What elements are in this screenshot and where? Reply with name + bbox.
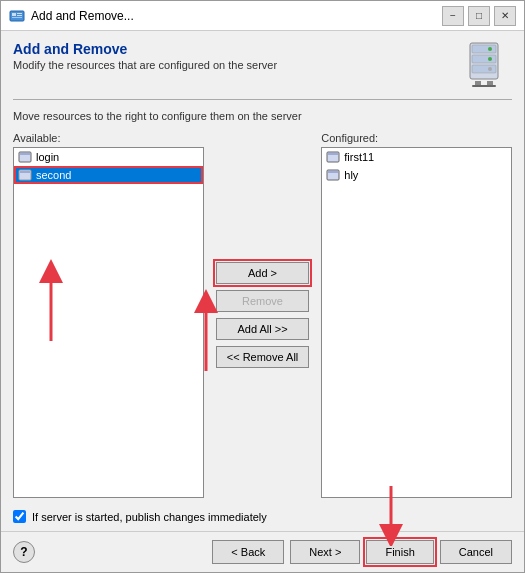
configured-label: Configured: [321, 132, 512, 144]
svg-rect-16 [20, 153, 30, 155]
svg-point-11 [488, 67, 492, 71]
svg-rect-18 [20, 171, 30, 173]
item-icon [18, 168, 32, 182]
dialog-title: Add and Remove [13, 41, 277, 57]
available-section: Available: login secon [13, 132, 204, 498]
window-title: Add and Remove... [31, 9, 442, 23]
maximize-button[interactable]: □ [468, 6, 490, 26]
finish-button[interactable]: Finish [366, 540, 433, 564]
buttons-section: Add > Remove Add All >> << Remove All [212, 132, 314, 498]
publish-checkbox[interactable] [13, 510, 26, 523]
main-window: Add and Remove... − □ ✕ Add and Remove M… [0, 0, 525, 573]
item-icon [18, 150, 32, 164]
next-button[interactable]: Next > [290, 540, 360, 564]
svg-rect-7 [472, 55, 496, 63]
checkbox-row: If server is started, publish changes im… [13, 510, 512, 523]
instruction-text: Move resources to the right to configure… [13, 110, 512, 122]
svg-rect-22 [328, 171, 338, 173]
header-text: Add and Remove Modify the resources that… [13, 41, 277, 71]
divider [13, 99, 512, 100]
title-bar: Add and Remove... − □ ✕ [1, 1, 524, 31]
cancel-button[interactable]: Cancel [440, 540, 512, 564]
transfer-area: Available: login secon [13, 132, 512, 498]
svg-rect-6 [472, 45, 496, 53]
available-label: Available: [13, 132, 204, 144]
item-icon [326, 150, 340, 164]
svg-rect-2 [17, 13, 22, 14]
item-icon [326, 168, 340, 182]
svg-point-9 [488, 47, 492, 51]
svg-rect-4 [12, 17, 22, 18]
configured-list: first11 hly [321, 147, 512, 498]
add-all-button[interactable]: Add All >> [216, 318, 310, 340]
svg-rect-8 [472, 65, 496, 73]
help-button[interactable]: ? [13, 541, 35, 563]
dialog-subtitle: Modify the resources that are configured… [13, 59, 277, 71]
list-item[interactable]: first11 [322, 148, 511, 166]
list-item[interactable]: second [14, 166, 203, 184]
svg-rect-3 [17, 15, 22, 16]
svg-rect-13 [487, 81, 493, 85]
checkbox-label: If server is started, publish changes im… [32, 511, 267, 523]
add-button[interactable]: Add > [216, 262, 310, 284]
remove-all-button[interactable]: << Remove All [216, 346, 310, 368]
item-name: login [36, 151, 59, 163]
minimize-button[interactable]: − [442, 6, 464, 26]
svg-point-10 [488, 57, 492, 61]
list-item[interactable]: login [14, 148, 203, 166]
item-name: second [36, 169, 71, 181]
back-button[interactable]: < Back [212, 540, 284, 564]
window-icon [9, 8, 25, 24]
footer-left: ? [13, 541, 35, 563]
window-controls: − □ ✕ [442, 6, 516, 26]
server-icon [462, 41, 512, 87]
configured-section: Configured: first11 hl [321, 132, 512, 498]
svg-rect-20 [328, 153, 338, 155]
remove-button[interactable]: Remove [216, 290, 310, 312]
footer: ? < Back Next > Finish Cancel [1, 531, 524, 572]
item-name: hly [344, 169, 358, 181]
list-item[interactable]: hly [322, 166, 511, 184]
svg-rect-14 [472, 85, 496, 87]
footer-right: < Back Next > Finish Cancel [212, 540, 512, 564]
header-section: Add and Remove Modify the resources that… [13, 41, 512, 87]
dialog-content: Add and Remove Modify the resources that… [1, 31, 524, 531]
svg-rect-12 [475, 81, 481, 85]
svg-rect-1 [12, 13, 16, 16]
item-name: first11 [344, 151, 374, 163]
available-list: login second [13, 147, 204, 498]
close-button[interactable]: ✕ [494, 6, 516, 26]
